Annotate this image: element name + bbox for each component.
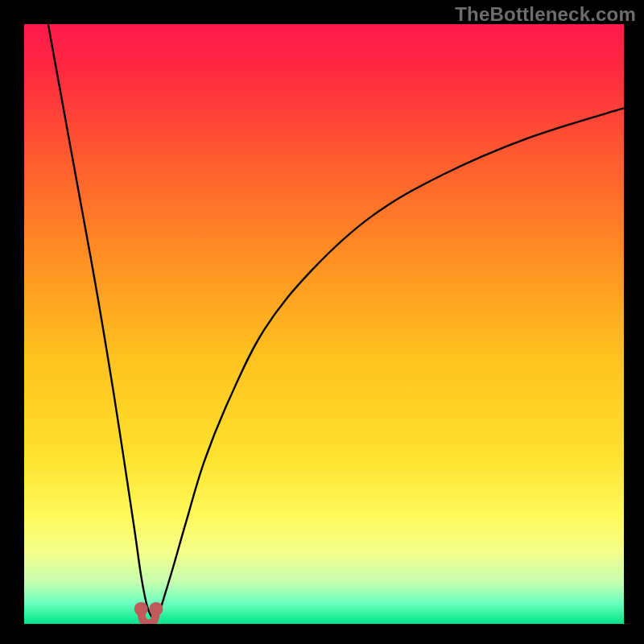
- watermark-label: TheBottleneck.com: [455, 3, 636, 26]
- plot-area: [24, 24, 624, 624]
- gradient-background: [24, 24, 624, 624]
- bottleneck-chart: [24, 24, 624, 624]
- optimal-point-marker: [149, 602, 163, 616]
- chart-stage: TheBottleneck.com: [0, 0, 644, 644]
- optimal-point-marker: [134, 602, 148, 616]
